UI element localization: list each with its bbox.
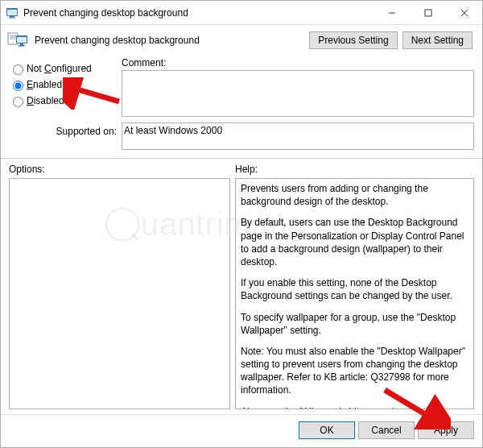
svg-rect-13 (17, 37, 27, 43)
options-label: Options: (9, 164, 230, 175)
ok-button[interactable]: OK (299, 421, 355, 439)
radio-enabled-label: Enabled (27, 79, 62, 90)
radio-not-configured-label: Not Configured (27, 63, 92, 74)
next-setting-button[interactable]: Next Setting (402, 31, 473, 49)
dialog-footer: OK Cancel Apply (1, 414, 482, 447)
comment-label: Comment: (122, 57, 474, 68)
options-panel[interactable] (9, 178, 230, 409)
policy-dialog-window: Prevent changing desktop background (0, 0, 483, 448)
comment-input[interactable] (122, 70, 474, 117)
help-p6: Also, see the "Allow only bitmapped wall… (241, 405, 469, 409)
svg-rect-5 (425, 10, 431, 16)
setting-icon (7, 32, 30, 48)
state-radio-group: Not Configured Enabled Disabled (9, 57, 122, 119)
help-p4: To specify wallpaper for a group, use th… (241, 311, 469, 337)
supported-row: Supported on: (1, 121, 482, 155)
radio-enabled-input[interactable] (13, 81, 23, 91)
help-p5: Note: You must also enable the "Desktop … (241, 345, 469, 397)
radio-enabled[interactable]: Enabled (9, 78, 122, 91)
help-column: Help: Prevents users from adding or chan… (235, 164, 474, 409)
radio-not-configured-input[interactable] (13, 64, 23, 75)
window-controls (374, 1, 482, 24)
help-p3: If you enable this setting, none of the … (241, 276, 469, 302)
cancel-button[interactable]: Cancel (358, 421, 415, 439)
svg-rect-14 (20, 44, 23, 45)
help-label: Help: (235, 164, 474, 175)
titlebar: Prevent changing desktop background (1, 1, 482, 25)
svg-rect-2 (10, 16, 14, 18)
help-panel[interactable]: Prevents users from adding or changing t… (235, 178, 474, 409)
radio-not-configured[interactable]: Not Configured (9, 62, 122, 75)
supported-value (122, 122, 474, 150)
radio-disabled[interactable]: Disabled (9, 94, 122, 107)
lower-split: Options: Help: Prevents users from addin… (1, 164, 482, 414)
svg-rect-1 (7, 10, 17, 15)
close-button[interactable] (446, 1, 482, 24)
comment-column: Comment: (122, 57, 474, 119)
help-p2: By default, users can use the Desktop Ba… (241, 216, 469, 268)
apply-button[interactable]: Apply (418, 421, 474, 439)
svg-rect-15 (19, 45, 25, 47)
previous-setting-button[interactable]: Previous Setting (309, 31, 397, 49)
options-column: Options: (9, 164, 230, 409)
policy-window-icon (6, 6, 19, 19)
help-p1: Prevents users from adding or changing t… (241, 182, 469, 208)
radio-disabled-input[interactable] (13, 97, 23, 107)
nav-buttons: Previous Setting Next Setting (309, 31, 473, 49)
setting-title: Prevent changing desktop background (35, 35, 309, 46)
supported-label: Supported on: (9, 122, 122, 137)
maximize-button[interactable] (410, 1, 446, 24)
window-title: Prevent changing desktop background (23, 7, 374, 19)
minimize-button[interactable] (374, 1, 410, 24)
radio-disabled-label: Disabled (27, 95, 64, 106)
header-row: Prevent changing desktop background Prev… (1, 25, 482, 54)
config-area: Not Configured Enabled Disabled Comment: (1, 54, 482, 121)
svg-rect-3 (9, 17, 15, 18)
separator (1, 158, 482, 159)
